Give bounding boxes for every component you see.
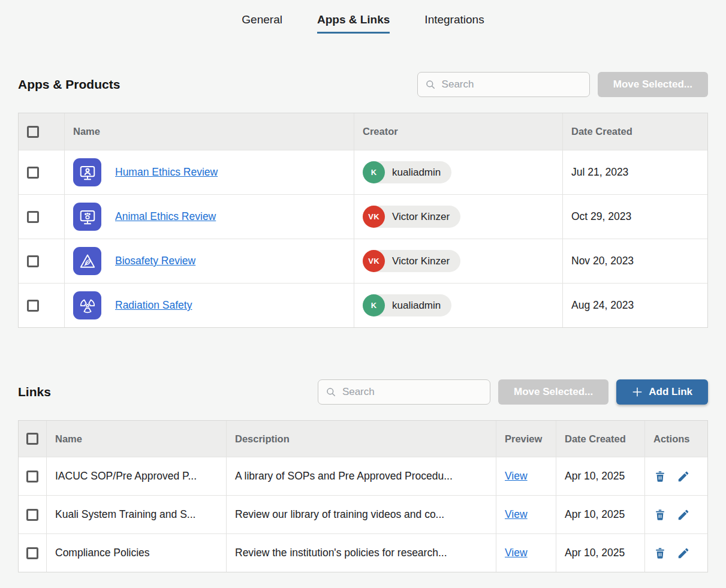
links-col-description: Description (227, 421, 496, 457)
apps-move-selected-button[interactable]: Move Selected... (598, 72, 708, 97)
app-link[interactable]: Animal Ethics Review (115, 210, 216, 223)
row-checkbox[interactable] (27, 167, 39, 179)
apps-search-box (417, 72, 590, 97)
delete-button[interactable] (653, 508, 667, 521)
links-col-preview: Preview (496, 421, 556, 457)
row-checkbox[interactable] (26, 471, 38, 483)
apps-col-date-created: Date Created (563, 113, 707, 150)
table-row: Animal Ethics Review VK Victor Kinzer Oc… (19, 194, 707, 239)
links-move-selected-button[interactable]: Move Selected... (498, 379, 608, 405)
apps-col-creator: Creator (354, 113, 563, 150)
app-link[interactable]: Radiation Safety (115, 299, 192, 312)
link-name: Kuali System Training and S... (47, 496, 227, 533)
avatar: K (363, 294, 385, 316)
table-row: Radiation Safety K kualiadmin Aug 24, 20… (19, 283, 707, 327)
monitor-person-icon (73, 158, 101, 186)
tab-bar: General Apps & Links Integrations (0, 0, 726, 34)
row-checkbox[interactable] (27, 211, 39, 223)
monitor-paw-icon (73, 203, 101, 231)
trash-icon (653, 508, 667, 521)
tab-general[interactable]: General (242, 13, 282, 34)
trash-icon (653, 470, 667, 483)
link-name: IACUC SOP/Pre Approved P... (47, 457, 227, 495)
edit-button[interactable] (677, 470, 690, 483)
pencil-icon (677, 547, 690, 560)
links-col-name: Name (47, 421, 227, 457)
date-created: Aug 24, 2023 (563, 284, 707, 327)
creator-chip: K kualiadmin (363, 161, 451, 183)
creator-name: Victor Kinzer (392, 255, 450, 267)
creator-chip: K kualiadmin (363, 294, 451, 316)
app-link[interactable]: Biosafety Review (115, 255, 195, 267)
pencil-icon (677, 508, 690, 521)
tab-apps-and-links[interactable]: Apps & Links (317, 13, 390, 34)
table-row: Biosafety Review VK Victor Kinzer Nov 20… (19, 239, 707, 283)
creator-chip: VK Victor Kinzer (363, 206, 460, 228)
search-icon (326, 386, 336, 398)
links-search-box (318, 379, 490, 405)
tab-integrations[interactable]: Integrations (424, 13, 484, 34)
table-row: IACUC SOP/Pre Approved P... A library of… (19, 457, 707, 495)
table-row: Human Ethics Review K kualiadmin Jul 21,… (19, 150, 707, 194)
row-checkbox[interactable] (27, 300, 39, 312)
link-name: Compliance Policies (47, 534, 227, 572)
links-table-header-row: Name Description Preview Date Created Ac… (19, 421, 707, 457)
date-created: Nov 20, 2023 (563, 239, 707, 283)
links-section: Links Move Selected... Add Link Na (18, 379, 708, 572)
add-link-button[interactable]: Add Link (616, 379, 708, 405)
link-description: A library of SOPs and Pre Approved Proce… (227, 457, 496, 495)
avatar: VK (363, 250, 385, 272)
apps-products-table: Name Creator Date Created (18, 113, 708, 328)
trash-icon (653, 547, 667, 560)
apps-select-all-checkbox[interactable] (27, 126, 39, 138)
view-link[interactable]: View (505, 470, 528, 483)
plus-icon (632, 387, 643, 397)
apps-products-title: Apps & Products (18, 77, 120, 92)
date-created: Oct 29, 2023 (563, 195, 707, 239)
link-description: Review the institution's policies for re… (227, 534, 496, 572)
row-checkbox[interactable] (27, 255, 39, 267)
row-checkbox[interactable] (26, 547, 38, 559)
table-row: Compliance Policies Review the instituti… (19, 533, 707, 572)
links-title: Links (18, 385, 51, 399)
links-table: Name Description Preview Date Created Ac… (18, 420, 708, 572)
pencil-icon (677, 470, 690, 483)
links-col-date-created: Date Created (556, 421, 645, 457)
view-link[interactable]: View (505, 508, 528, 521)
table-row: Kuali System Training and S... Review ou… (19, 495, 707, 533)
delete-button[interactable] (653, 470, 667, 483)
avatar: VK (363, 206, 385, 228)
links-col-actions: Actions (645, 421, 707, 457)
biosafety-triangle-leaf-icon (73, 247, 101, 275)
date-created: Apr 10, 2025 (556, 534, 645, 572)
view-link[interactable]: View (505, 547, 528, 559)
search-icon (425, 79, 436, 91)
links-select-all-checkbox[interactable] (26, 433, 38, 445)
apps-table-header-row: Name Creator Date Created (19, 113, 707, 150)
link-description: Review our library of training videos an… (227, 496, 496, 533)
apps-col-name: Name (65, 113, 354, 150)
date-created: Apr 10, 2025 (556, 496, 645, 533)
delete-button[interactable] (653, 547, 667, 560)
apps-products-section: Apps & Products Move Selected... Name Cr… (18, 72, 708, 328)
add-link-label: Add Link (649, 386, 692, 398)
apps-search-input[interactable] (442, 79, 582, 91)
edit-button[interactable] (677, 508, 690, 521)
radiation-trefoil-icon (73, 291, 101, 319)
creator-chip: VK Victor Kinzer (363, 250, 460, 272)
links-search-input[interactable] (342, 386, 483, 398)
creator-name: kualiadmin (392, 167, 441, 179)
creator-name: Victor Kinzer (392, 211, 450, 223)
date-created: Jul 21, 2023 (563, 150, 707, 194)
avatar: K (363, 161, 385, 183)
edit-button[interactable] (677, 547, 690, 560)
creator-name: kualiadmin (392, 300, 441, 312)
row-checkbox[interactable] (26, 509, 38, 521)
date-created: Apr 10, 2025 (556, 457, 645, 495)
app-link[interactable]: Human Ethics Review (115, 166, 218, 179)
